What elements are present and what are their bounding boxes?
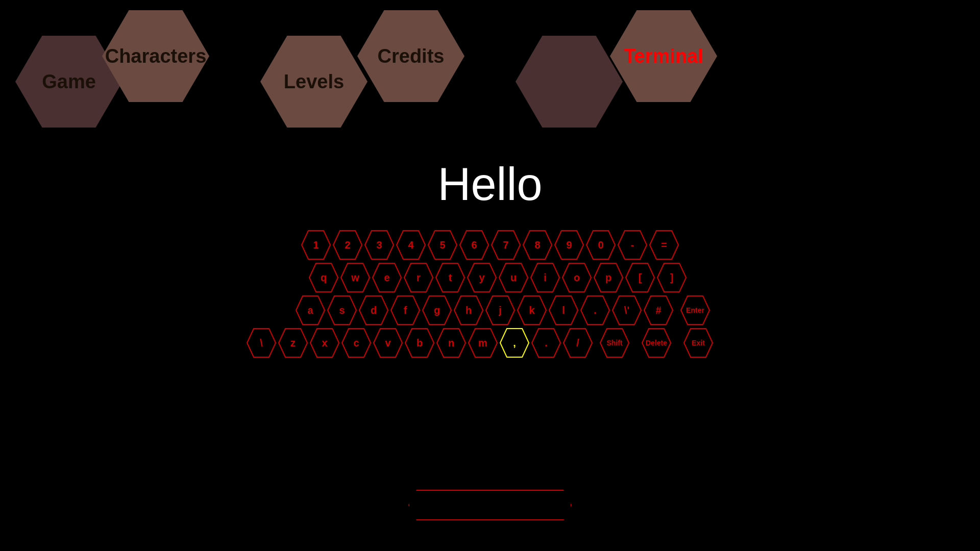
key-label-z: z <box>290 337 296 349</box>
key-label-l: l <box>562 305 565 316</box>
key-label-v: v <box>385 337 390 349</box>
key-label-Shift: Shift <box>606 339 622 347</box>
key-a[interactable]: a <box>295 295 326 325</box>
key-label-n: n <box>448 337 454 349</box>
key-e[interactable]: e <box>372 262 402 293</box>
key-_[interactable]: [ <box>625 262 655 293</box>
characters-hex-shape: Characters <box>102 10 209 102</box>
key-3[interactable]: 3 <box>364 230 395 260</box>
display-text: Hello <box>0 158 980 211</box>
key-n[interactable]: n <box>436 328 467 358</box>
key-label-j: j <box>499 305 502 316</box>
key-_[interactable]: # <box>643 295 674 325</box>
key-label-h: h <box>465 305 472 316</box>
key-label-g: g <box>434 305 440 316</box>
key-label-_: = <box>661 239 667 251</box>
key-4[interactable]: 4 <box>396 230 426 260</box>
key-_[interactable]: , <box>499 328 530 358</box>
key-o[interactable]: o <box>561 262 592 293</box>
key-q[interactable]: q <box>308 262 339 293</box>
key-label-k: k <box>529 305 534 316</box>
key-_[interactable]: / <box>562 328 593 358</box>
key-label-u: u <box>510 272 517 284</box>
key-_[interactable]: . <box>531 328 561 358</box>
key-8[interactable]: 8 <box>522 230 553 260</box>
key-label-b: b <box>416 337 423 349</box>
game-label: Game <box>42 72 96 91</box>
key-x[interactable]: x <box>309 328 340 358</box>
key-label-_: \ <box>260 337 263 349</box>
key-Delete[interactable]: Delete <box>636 328 677 358</box>
nav-characters[interactable]: Characters <box>102 10 209 102</box>
key-t[interactable]: t <box>435 262 465 293</box>
key-y[interactable]: y <box>467 262 497 293</box>
key-Shift[interactable]: Shift <box>594 328 635 358</box>
spacebar[interactable] <box>408 490 572 520</box>
key-7[interactable]: 7 <box>491 230 521 260</box>
key-_[interactable]: . <box>580 295 610 325</box>
nav-credits[interactable]: Credits <box>357 10 464 102</box>
key-l[interactable]: l <box>548 295 579 325</box>
navigation: Game Characters Levels Credits Terminal <box>0 5 980 122</box>
key-c[interactable]: c <box>341 328 372 358</box>
key-1[interactable]: 1 <box>301 230 331 260</box>
key-m[interactable]: m <box>468 328 498 358</box>
terminal-label: Terminal <box>624 46 703 66</box>
characters-label: Characters <box>105 46 207 66</box>
key-__[interactable]: \' <box>611 295 642 325</box>
key-label-1: 1 <box>313 239 318 251</box>
key-label-_: - <box>631 239 634 251</box>
nav-terminal[interactable]: Terminal <box>610 10 717 102</box>
keyboard-row-asdf: asdfghjkl.\'#Enter <box>295 295 716 325</box>
key-label-Enter: Enter <box>686 306 704 314</box>
key-label-w: w <box>351 272 359 284</box>
key-label-Exit: Exit <box>692 339 705 347</box>
key-label-4: 4 <box>408 239 413 251</box>
key-label-q: q <box>321 272 327 284</box>
key-v[interactable]: v <box>373 328 403 358</box>
key-label-s: s <box>339 305 345 316</box>
spacebar-area <box>408 490 572 520</box>
nav-empty[interactable] <box>516 36 623 128</box>
key-f[interactable]: f <box>390 295 421 325</box>
key-p[interactable]: p <box>593 262 624 293</box>
key-i[interactable]: i <box>530 262 560 293</box>
key-h[interactable]: h <box>453 295 484 325</box>
key-label-o: o <box>574 272 580 284</box>
key-5[interactable]: 5 <box>427 230 458 260</box>
nav-levels[interactable]: Levels <box>260 36 368 128</box>
key-label-6: 6 <box>471 239 477 251</box>
key-0[interactable]: 0 <box>585 230 616 260</box>
key-Enter[interactable]: Enter <box>675 295 716 325</box>
key-label-_: . <box>545 337 548 349</box>
key-u[interactable]: u <box>498 262 529 293</box>
key-d[interactable]: d <box>358 295 389 325</box>
key-k[interactable]: k <box>517 295 547 325</box>
key-_[interactable]: \ <box>246 328 277 358</box>
key-label-p: p <box>605 272 611 284</box>
key-label-_: ] <box>670 272 674 284</box>
key-s[interactable]: s <box>327 295 357 325</box>
key-label-c: c <box>353 337 359 349</box>
key-w[interactable]: w <box>340 262 371 293</box>
key-label-_: [ <box>639 272 642 284</box>
key-z[interactable]: z <box>278 328 308 358</box>
key-Exit[interactable]: Exit <box>678 328 719 358</box>
key-9[interactable]: 9 <box>554 230 584 260</box>
key-label-y: y <box>479 272 484 284</box>
key-j[interactable]: j <box>485 295 516 325</box>
key-_[interactable]: ] <box>656 262 687 293</box>
key-r[interactable]: r <box>403 262 434 293</box>
key-g[interactable]: g <box>422 295 452 325</box>
key-2[interactable]: 2 <box>332 230 363 260</box>
key-_[interactable]: = <box>649 230 679 260</box>
key-label-Delete: Delete <box>646 339 667 347</box>
key-b[interactable]: b <box>404 328 435 358</box>
key-6[interactable]: 6 <box>459 230 489 260</box>
key-label-x: x <box>322 337 327 349</box>
key-label-8: 8 <box>534 239 540 251</box>
key-label-2: 2 <box>345 239 350 251</box>
key-label-_: , <box>513 337 516 349</box>
empty-hex-shape <box>516 36 623 128</box>
key-_[interactable]: - <box>617 230 648 260</box>
